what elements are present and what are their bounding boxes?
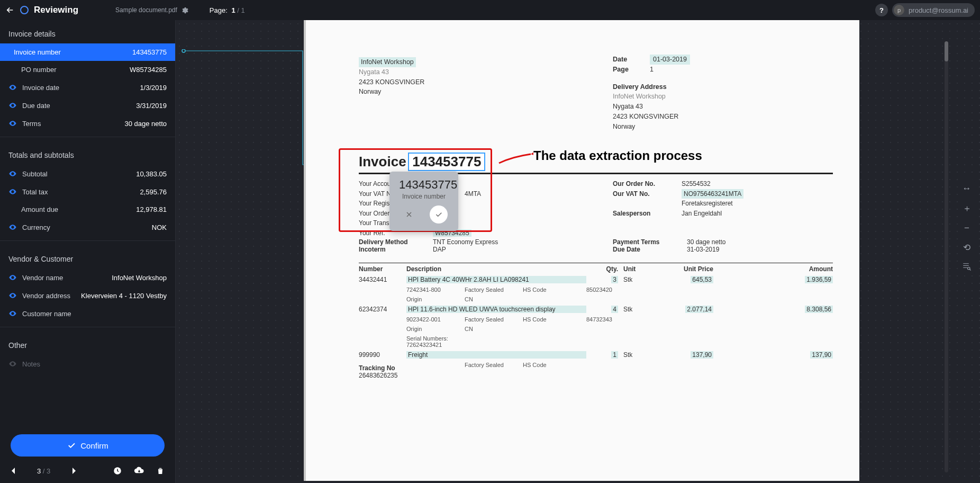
field-label: Notes	[22, 360, 167, 368]
meta-right: Our Order No.S2554532 Our VAT No.NO97564…	[613, 179, 743, 218]
svg-point-1	[182, 49, 185, 52]
field-currency[interactable]: Currency NOK	[0, 218, 175, 236]
confirm-label: Confirm	[80, 441, 108, 450]
field-value: 30 dage netto	[124, 120, 167, 128]
tracking-block: Tracking No 26483626235	[359, 364, 397, 379]
eye-icon[interactable]	[8, 83, 17, 92]
cloud-download-icon[interactable]	[134, 466, 144, 476]
popup-confirm-button[interactable]	[430, 205, 448, 223]
eye-icon[interactable]	[8, 360, 17, 368]
trash-icon[interactable]	[156, 466, 165, 476]
confirm-button[interactable]: Confirm	[11, 434, 165, 457]
field-value: 1/3/2019	[140, 84, 167, 92]
field-due-date[interactable]: Due date 3/31/2019	[0, 96, 175, 114]
field-label: Total tax	[22, 188, 134, 196]
line-item-sub: Serial Numbers: 72624323421	[359, 334, 833, 350]
field-terms[interactable]: Terms 30 dage netto	[0, 114, 175, 132]
topbar-left: Reviewing	[5, 5, 78, 15]
fit-width-icon[interactable]: ↔	[962, 183, 972, 194]
field-notes[interactable]: Notes	[0, 355, 175, 373]
field-label: Amount due	[21, 205, 131, 213]
page-label: Page:	[210, 6, 228, 14]
eye-icon[interactable]	[8, 309, 17, 318]
sender-street: Nygata 43	[359, 68, 389, 76]
line-items-body: 34432441HPI Battery 4C 40WHr 2.8AH LI LA…	[359, 274, 833, 370]
field-label: Vendor name	[22, 274, 106, 282]
line-item-sub: 9023422-001Factory SealedHS Code84732343	[359, 315, 833, 324]
avatar: p	[894, 5, 904, 15]
header-right-block: Date01-03-2019 Page1 Delivery Address In…	[613, 55, 690, 131]
line-items-header: Number Description Qty. Unit Unit Price …	[359, 263, 833, 273]
annotation-text: The data extraction process	[533, 148, 702, 163]
field-label: Invoice date	[22, 84, 134, 92]
viewer-tools: ↔ ＋ − ⟲	[959, 179, 975, 275]
field-amount-due[interactable]: Amount due 12,978.81	[0, 201, 175, 218]
field-value: 143453775	[132, 48, 167, 56]
field-value: Kleverveien 4 - 1120 Vestby	[81, 292, 167, 300]
pager-next-icon[interactable]	[71, 467, 77, 475]
sender-city: 2423 KONGSVINGER	[359, 78, 424, 86]
document-page[interactable]: InfoNet Workshop Nygata 43 2423 KONGSVIN…	[304, 20, 859, 481]
payment-terms: Payment Terms30 dage netto Due Date31-03…	[613, 238, 725, 253]
eye-icon[interactable]	[8, 169, 17, 178]
zoom-out-icon[interactable]: −	[962, 223, 972, 234]
field-value: W85734285	[130, 66, 167, 74]
section-other-title: Other	[0, 332, 175, 355]
back-arrow-icon[interactable]	[5, 5, 15, 15]
page-total: 1	[241, 6, 245, 14]
help-button[interactable]: ?	[875, 4, 888, 16]
field-label: Vendor address	[22, 292, 76, 300]
zoom-in-icon[interactable]: ＋	[962, 202, 972, 214]
pager-prev-icon[interactable]	[11, 467, 16, 475]
field-customer-name[interactable]: Customer name	[0, 305, 175, 323]
field-po-number[interactable]: PO number W85734285	[0, 61, 175, 78]
search-grid-icon[interactable]	[962, 262, 972, 271]
field-value: 3/31/2019	[136, 102, 167, 110]
sender-company: InfoNet Workshop	[359, 57, 416, 67]
annotation-arrow-icon	[496, 151, 533, 167]
section-invoice-details-title: Invoice details	[0, 20, 175, 43]
eye-icon[interactable]	[8, 273, 17, 282]
eye-icon[interactable]	[8, 101, 17, 110]
page-current: 1	[231, 6, 235, 14]
field-subtotal[interactable]: Subtotal 10,383.05	[0, 165, 175, 183]
popup-cancel-button[interactable]	[400, 205, 418, 223]
eye-icon[interactable]	[8, 119, 17, 128]
document-name-text: Sample document.pdf	[115, 6, 177, 14]
topbar-right: ? p product@rossum.ai	[875, 3, 975, 17]
delivery-method: Delivery MethodTNT Economy Express Incot…	[359, 238, 498, 253]
popup-value: 143453775	[399, 178, 449, 192]
field-invoice-date[interactable]: Invoice date 1/3/2019	[0, 78, 175, 96]
field-vendor-address[interactable]: Vendor address Kleverveien 4 - 1120 Vest…	[0, 287, 175, 305]
rotate-icon[interactable]: ⟲	[962, 242, 972, 253]
status-ring-icon	[20, 6, 29, 14]
eye-icon[interactable]	[8, 187, 17, 196]
field-label: Customer name	[22, 310, 161, 318]
line-item: 34432441HPI Battery 4C 40WHr 2.8AH LI LA…	[359, 274, 833, 285]
line-item-sub: OriginCN	[359, 294, 833, 304]
line-item: 999990Freight1Stk137,90137,90	[359, 350, 833, 360]
field-label: Terms	[22, 120, 119, 128]
field-label: Due date	[22, 102, 131, 110]
field-invoice-number[interactable]: Invoice number 143453775	[0, 43, 175, 61]
sender-block: InfoNet Workshop Nygata 43 2423 KONGSVIN…	[359, 57, 424, 97]
extraction-popup: 143453775 Invoice number	[389, 172, 458, 231]
section-vendor-title: Vendor & Customer	[0, 245, 175, 269]
field-vendor-name[interactable]: Vendor name InfoNet Workshop	[0, 269, 175, 287]
field-label: Currency	[22, 223, 147, 231]
field-value: 12,978.81	[136, 205, 167, 213]
document-name: Sample document.pdf	[115, 6, 188, 14]
sender-country: Norway	[359, 88, 381, 95]
line-item-sub: Factory SealedHS Code	[359, 360, 833, 370]
sidebar-scroll[interactable]: Invoice details Invoice number 143453775…	[0, 20, 175, 427]
field-total-tax[interactable]: Total tax 2,595.76	[0, 183, 175, 201]
doc-pager: 3 / 3	[0, 461, 175, 483]
canvas[interactable]: InfoNet Workshop Nygata 43 2423 KONGSVIN…	[176, 20, 980, 483]
page-scrollbar[interactable]	[945, 41, 948, 472]
user-menu[interactable]: p product@rossum.ai	[892, 3, 975, 17]
eye-icon[interactable]	[8, 223, 17, 231]
clock-icon[interactable]	[113, 466, 122, 476]
sidebar-footer: Confirm	[0, 427, 175, 461]
eye-icon[interactable]	[8, 291, 17, 300]
gear-icon[interactable]	[180, 6, 188, 14]
